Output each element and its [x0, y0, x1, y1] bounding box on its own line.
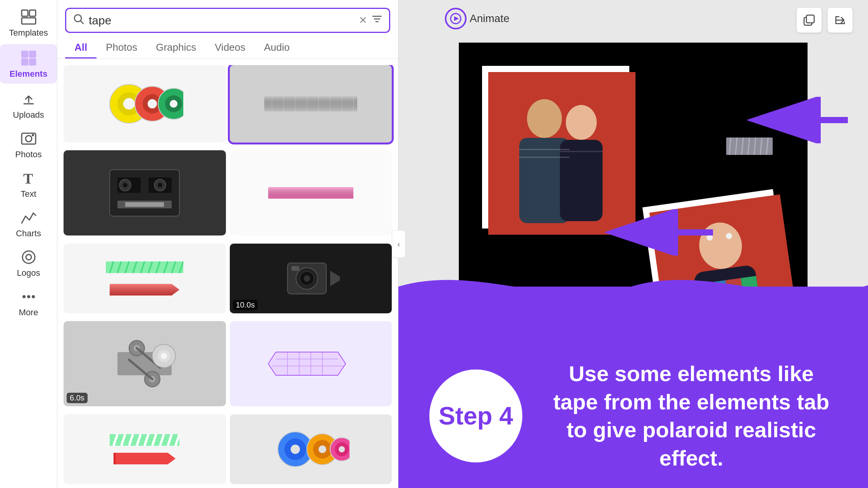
svg-rect-2: [22, 18, 36, 24]
svg-line-17: [81, 21, 83, 24]
templates-icon: [19, 8, 38, 26]
sidebar-item-photos[interactable]: Photos: [0, 125, 57, 164]
elements-label: Elements: [10, 69, 48, 79]
arrow-left-1: [747, 97, 848, 143]
svg-rect-4: [29, 51, 36, 57]
svg-point-101: [291, 445, 300, 454]
elements-grid: 10.0s: [57, 65, 398, 488]
svg-point-8: [26, 136, 32, 142]
svg-rect-0: [22, 10, 28, 16]
elements-icon: [19, 49, 38, 67]
svg-rect-1: [29, 10, 36, 16]
sidebar-item-elements[interactable]: Elements: [0, 44, 57, 84]
templates-label: Templates: [9, 28, 48, 38]
svg-point-115: [566, 105, 597, 140]
grid-item-4[interactable]: [230, 150, 392, 235]
animate-button[interactable]: Animate: [445, 8, 510, 29]
svg-point-26: [148, 99, 157, 108]
logos-icon: [19, 248, 38, 266]
svg-rect-98: [114, 453, 115, 464]
sidebar-item-charts[interactable]: Charts: [0, 204, 57, 243]
charts-label: Charts: [16, 229, 41, 239]
svg-point-15: [32, 295, 35, 298]
sidebar-item-logos[interactable]: Logos: [0, 243, 57, 283]
svg-point-67: [304, 275, 310, 282]
arrow-right-1: [604, 209, 713, 256]
animate-icon: [445, 8, 467, 29]
svg-marker-68: [330, 271, 340, 286]
svg-rect-31: [264, 96, 357, 112]
svg-point-12: [26, 254, 31, 260]
photos-label: Photos: [15, 149, 42, 160]
svg-rect-3: [22, 51, 28, 57]
sidebar-item-more[interactable]: More: [0, 283, 57, 322]
svg-marker-63: [110, 284, 179, 296]
grid-item-6[interactable]: 10.0s: [230, 244, 392, 313]
grid-item-7[interactable]: 6.0s: [64, 321, 226, 406]
canvas-area: Animate: [398, 0, 868, 488]
grid-item-8[interactable]: [230, 321, 392, 406]
sidebar-item-templates[interactable]: Templates: [0, 3, 57, 43]
grid-item-9[interactable]: [64, 414, 226, 484]
svg-point-13: [22, 295, 26, 298]
polaroid-couple[interactable]: [482, 66, 629, 229]
tab-graphics[interactable]: Graphics: [146, 38, 205, 58]
logos-label: Logos: [17, 268, 40, 278]
left-panel: ✕ All Photos Graphics Videos Audio: [57, 0, 398, 488]
search-bar: ✕: [65, 8, 390, 33]
wave-decoration: [398, 263, 868, 310]
canvas-toolbar: [797, 8, 852, 33]
charts-icon: [19, 208, 38, 227]
sidebar-item-uploads[interactable]: Uploads: [0, 85, 57, 125]
svg-rect-48: [125, 202, 164, 207]
step-content: Step 4 Use some elements like tape from …: [398, 360, 868, 473]
tab-photos[interactable]: Photos: [96, 38, 146, 58]
svg-point-104: [319, 445, 326, 453]
svg-point-43: [123, 183, 127, 187]
svg-point-46: [158, 183, 162, 187]
svg-point-11: [22, 251, 35, 263]
uploads-label: Uploads: [13, 110, 44, 120]
collapse-panel-button[interactable]: ‹: [392, 230, 406, 258]
search-icon: [72, 13, 85, 28]
svg-rect-69: [291, 266, 299, 271]
svg-point-14: [27, 295, 30, 298]
svg-point-23: [123, 98, 135, 110]
svg-marker-97: [114, 453, 176, 464]
sidebar-item-text[interactable]: T Text: [0, 164, 57, 204]
duplicate-button[interactable]: [797, 8, 822, 33]
grid-item-5[interactable]: [64, 244, 226, 313]
search-input[interactable]: [89, 14, 355, 27]
svg-text:T: T: [23, 170, 33, 187]
step-description: Use some elements like tape from the ele…: [546, 360, 837, 473]
filter-button[interactable]: [371, 13, 383, 27]
video-badge-6: 10.0s: [233, 300, 258, 310]
svg-rect-6: [29, 59, 36, 65]
step-number: Step 4: [439, 402, 513, 430]
more-icon: [19, 287, 38, 306]
svg-marker-109: [454, 16, 459, 21]
text-icon: T: [19, 169, 38, 187]
svg-point-107: [339, 446, 345, 452]
svg-marker-80: [268, 352, 346, 375]
bottom-section: Step 4 Use some elements like tape from …: [398, 287, 868, 488]
step-circle: Step 4: [429, 369, 522, 462]
clear-search-button[interactable]: ✕: [359, 14, 367, 26]
grid-item-10[interactable]: [230, 414, 392, 484]
sidebar: Templates Elements Uploads: [0, 0, 57, 488]
tab-all[interactable]: All: [65, 38, 96, 58]
grid-item-3[interactable]: [64, 150, 226, 235]
tab-videos[interactable]: Videos: [205, 38, 255, 58]
grid-item-2[interactable]: [230, 65, 392, 143]
uploads-icon: [19, 90, 38, 108]
svg-rect-111: [806, 15, 814, 23]
svg-point-79: [161, 353, 167, 359]
tab-audio[interactable]: Audio: [255, 38, 299, 58]
video-badge-7: 6.0s: [67, 393, 88, 403]
svg-point-9: [32, 134, 34, 136]
animate-label: Animate: [470, 12, 510, 25]
share-button[interactable]: [828, 8, 852, 33]
svg-rect-50: [268, 187, 353, 199]
grid-item-1[interactable]: [64, 65, 226, 143]
svg-point-29: [170, 100, 177, 108]
